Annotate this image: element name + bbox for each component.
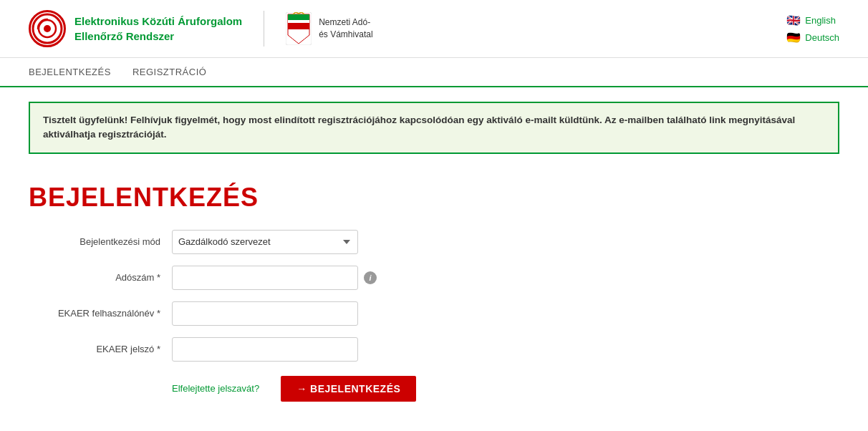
form-actions: Elfelejtette jelszavát? → BEJELENTKEZÉS (29, 376, 839, 402)
english-label: English (805, 15, 836, 26)
svg-rect-5 (288, 26, 309, 29)
language-selector: 🇬🇧 English 🇩🇪 Deutsch (786, 13, 839, 44)
login-mode-row: Bejelentkezési mód Gazdálkodó szervezet … (29, 230, 839, 254)
tax-number-label: Adószám * (29, 272, 172, 283)
nav-bar: BEJELENTKEZÉS REGISZTRÁCIÓ (0, 58, 868, 87)
site-logo (29, 10, 66, 47)
tax-number-control: i (172, 266, 377, 290)
login-button[interactable]: → BEJELENTKEZÉS (281, 376, 416, 402)
username-input[interactable] (172, 301, 358, 326)
deutsch-label: Deutsch (805, 32, 839, 43)
header-divider (264, 11, 264, 47)
alert-text: Tisztelt ügyfelünk! Felhívjuk figyelmét,… (43, 115, 795, 140)
login-mode-control: Gazdálkodó szervezet Magánszemély (172, 230, 358, 254)
logo-area: Elektronikus Közúti Áruforgalom Ellenőrz… (29, 10, 242, 47)
svg-rect-4 (288, 14, 309, 20)
nav-item-login[interactable]: BEJELENTKEZÉS (29, 67, 111, 77)
username-control (172, 301, 358, 326)
main-content: BEJELENTKEZÉS Bejelentkezési mód Gazdálk… (0, 168, 868, 430)
svg-point-2 (44, 25, 51, 32)
coat-of-arms-icon (286, 12, 312, 45)
password-label: EKAER jelszó * (29, 344, 172, 354)
nav-item-register[interactable]: REGISZTRÁCIÓ (132, 67, 207, 77)
english-flag-icon: 🇬🇧 (786, 13, 801, 27)
username-label: EKAER felhasználónév * (29, 308, 172, 319)
deutsch-flag-icon: 🇩🇪 (786, 30, 801, 44)
tax-number-info-icon[interactable]: i (364, 271, 377, 284)
tax-number-input[interactable] (172, 266, 358, 290)
login-mode-select[interactable]: Gazdálkodó szervezet Magánszemély (172, 230, 358, 254)
header: Elektronikus Közúti Áruforgalom Ellenőrz… (0, 0, 868, 58)
svg-rect-7 (288, 23, 309, 26)
lang-english[interactable]: 🇬🇧 English (786, 13, 839, 27)
login-mode-label: Bejelentkezési mód (29, 236, 172, 247)
lang-deutsch[interactable]: 🇩🇪 Deutsch (786, 30, 839, 44)
page-title: BEJELENTKEZÉS (29, 183, 839, 213)
login-form: Bejelentkezési mód Gazdálkodó szervezet … (29, 230, 839, 402)
tax-number-row: Adószám * i (29, 266, 839, 290)
nav-logo-area: Nemzeti Adó- és Vámhivatal (286, 12, 372, 45)
username-row: EKAER felhasználónév * (29, 301, 839, 326)
nav-logo-text: Nemzeti Adó- és Vámhivatal (319, 16, 372, 41)
password-control (172, 337, 358, 362)
logo-text: Elektronikus Közúti Áruforgalom Ellenőrz… (74, 14, 242, 44)
svg-rect-6 (288, 20, 309, 23)
alert-box: Tisztelt ügyfelünk! Felhívjuk figyelmét,… (29, 102, 839, 154)
password-row: EKAER jelszó * (29, 337, 839, 362)
password-input[interactable] (172, 337, 358, 362)
forgot-password-link[interactable]: Elfelejtette jelszavát? (172, 383, 259, 394)
